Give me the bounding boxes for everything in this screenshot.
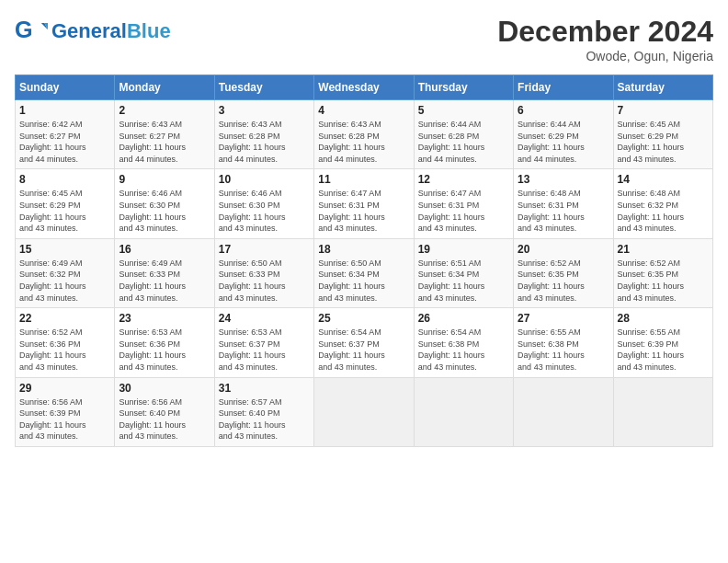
- calendar-cell: [414, 377, 513, 446]
- calendar-cell: 21 Sunrise: 6:52 AMSunset: 6:35 PMDaylig…: [613, 238, 712, 307]
- day-number: 14: [618, 173, 709, 186]
- day-info: Sunrise: 6:56 AMSunset: 6:39 PMDaylight:…: [19, 396, 110, 442]
- day-number: 29: [19, 382, 110, 395]
- day-info: Sunrise: 6:50 AMSunset: 6:33 PMDaylight:…: [219, 258, 310, 304]
- calendar-cell: 31 Sunrise: 6:57 AMSunset: 6:40 PMDaylig…: [214, 377, 313, 446]
- day-info: Sunrise: 6:54 AMSunset: 6:38 PMDaylight:…: [418, 327, 509, 373]
- day-info: Sunrise: 6:45 AMSunset: 6:29 PMDaylight:…: [19, 188, 110, 234]
- calendar-week-row: 8 Sunrise: 6:45 AMSunset: 6:29 PMDayligh…: [16, 169, 713, 238]
- calendar-cell: 10 Sunrise: 6:46 AMSunset: 6:30 PMDaylig…: [214, 169, 313, 238]
- calendar-cell: 12 Sunrise: 6:47 AMSunset: 6:31 PMDaylig…: [414, 169, 513, 238]
- day-info: Sunrise: 6:43 AMSunset: 6:27 PMDaylight:…: [119, 119, 210, 165]
- day-number: 24: [219, 312, 310, 325]
- day-info: Sunrise: 6:47 AMSunset: 6:31 PMDaylight:…: [418, 188, 509, 234]
- calendar-cell: 27 Sunrise: 6:55 AMSunset: 6:38 PMDaylig…: [514, 308, 613, 377]
- calendar-cell: 8 Sunrise: 6:45 AMSunset: 6:29 PMDayligh…: [16, 169, 115, 238]
- calendar-cell: 7 Sunrise: 6:45 AMSunset: 6:29 PMDayligh…: [613, 100, 712, 169]
- logo: G GeneralBlue: [15, 15, 171, 48]
- day-number: 3: [219, 104, 310, 117]
- day-number: 26: [418, 312, 509, 325]
- calendar-cell: 11 Sunrise: 6:47 AMSunset: 6:31 PMDaylig…: [314, 169, 414, 238]
- calendar-table: SundayMondayTuesdayWednesdayThursdayFrid…: [15, 75, 713, 447]
- calendar-cell: 9 Sunrise: 6:46 AMSunset: 6:30 PMDayligh…: [115, 169, 214, 238]
- day-info: Sunrise: 6:47 AMSunset: 6:31 PMDaylight:…: [318, 188, 409, 234]
- day-number: 1: [19, 104, 110, 117]
- day-info: Sunrise: 6:42 AMSunset: 6:27 PMDaylight:…: [19, 119, 110, 165]
- day-number: 25: [318, 312, 409, 325]
- calendar-cell: 16 Sunrise: 6:49 AMSunset: 6:33 PMDaylig…: [115, 238, 214, 307]
- title-block: December 2024 Owode, Ogun, Nigeria: [497, 15, 713, 63]
- day-number: 2: [119, 104, 210, 117]
- calendar-cell: 17 Sunrise: 6:50 AMSunset: 6:33 PMDaylig…: [214, 238, 313, 307]
- calendar-cell: 6 Sunrise: 6:44 AMSunset: 6:29 PMDayligh…: [514, 100, 613, 169]
- day-info: Sunrise: 6:46 AMSunset: 6:30 PMDaylight:…: [219, 188, 310, 234]
- calendar-cell: 5 Sunrise: 6:44 AMSunset: 6:28 PMDayligh…: [414, 100, 513, 169]
- day-info: Sunrise: 6:53 AMSunset: 6:36 PMDaylight:…: [119, 327, 210, 373]
- day-number: 28: [618, 312, 709, 325]
- day-number: 27: [518, 312, 609, 325]
- day-info: Sunrise: 6:48 AMSunset: 6:32 PMDaylight:…: [618, 188, 709, 234]
- calendar-cell: 28 Sunrise: 6:55 AMSunset: 6:39 PMDaylig…: [613, 308, 712, 377]
- calendar-week-row: 22 Sunrise: 6:52 AMSunset: 6:36 PMDaylig…: [16, 308, 713, 377]
- day-info: Sunrise: 6:43 AMSunset: 6:28 PMDaylight:…: [318, 119, 409, 165]
- day-number: 19: [418, 243, 509, 256]
- day-info: Sunrise: 6:54 AMSunset: 6:37 PMDaylight:…: [318, 327, 409, 373]
- calendar-cell: 29 Sunrise: 6:56 AMSunset: 6:39 PMDaylig…: [16, 377, 115, 446]
- location: Owode, Ogun, Nigeria: [497, 49, 713, 63]
- day-number: 31: [219, 382, 310, 395]
- calendar-cell: 23 Sunrise: 6:53 AMSunset: 6:36 PMDaylig…: [115, 308, 214, 377]
- day-number: 9: [119, 173, 210, 186]
- weekday-header: Sunday: [16, 75, 115, 100]
- day-number: 15: [19, 243, 110, 256]
- day-number: 16: [119, 243, 210, 256]
- calendar-cell: 18 Sunrise: 6:50 AMSunset: 6:34 PMDaylig…: [314, 238, 414, 307]
- weekday-header: Saturday: [613, 75, 712, 100]
- day-number: 22: [19, 312, 110, 325]
- day-number: 7: [618, 104, 709, 117]
- weekday-header: Tuesday: [214, 75, 313, 100]
- calendar-cell: [314, 377, 414, 446]
- calendar-week-row: 29 Sunrise: 6:56 AMSunset: 6:39 PMDaylig…: [16, 377, 713, 446]
- weekday-header: Thursday: [414, 75, 513, 100]
- day-info: Sunrise: 6:43 AMSunset: 6:28 PMDaylight:…: [219, 119, 310, 165]
- calendar-cell: 15 Sunrise: 6:49 AMSunset: 6:32 PMDaylig…: [16, 238, 115, 307]
- svg-text:G: G: [15, 17, 33, 42]
- logo-general: General: [51, 19, 127, 42]
- day-info: Sunrise: 6:57 AMSunset: 6:40 PMDaylight:…: [219, 396, 310, 442]
- month-title: December 2024: [497, 15, 713, 49]
- day-info: Sunrise: 6:52 AMSunset: 6:35 PMDaylight:…: [518, 258, 609, 304]
- day-info: Sunrise: 6:55 AMSunset: 6:38 PMDaylight:…: [518, 327, 609, 373]
- day-info: Sunrise: 6:45 AMSunset: 6:29 PMDaylight:…: [618, 119, 709, 165]
- day-number: 10: [219, 173, 310, 186]
- calendar-cell: 30 Sunrise: 6:56 AMSunset: 6:40 PMDaylig…: [115, 377, 214, 446]
- calendar-cell: 24 Sunrise: 6:53 AMSunset: 6:37 PMDaylig…: [214, 308, 313, 377]
- calendar-cell: 20 Sunrise: 6:52 AMSunset: 6:35 PMDaylig…: [514, 238, 613, 307]
- day-number: 6: [518, 104, 609, 117]
- calendar-cell: 14 Sunrise: 6:48 AMSunset: 6:32 PMDaylig…: [613, 169, 712, 238]
- day-number: 20: [518, 243, 609, 256]
- day-info: Sunrise: 6:46 AMSunset: 6:30 PMDaylight:…: [119, 188, 210, 234]
- day-info: Sunrise: 6:52 AMSunset: 6:36 PMDaylight:…: [19, 327, 110, 373]
- day-info: Sunrise: 6:55 AMSunset: 6:39 PMDaylight:…: [618, 327, 709, 373]
- day-number: 11: [318, 173, 409, 186]
- calendar-cell: 22 Sunrise: 6:52 AMSunset: 6:36 PMDaylig…: [16, 308, 115, 377]
- day-number: 13: [518, 173, 609, 186]
- day-info: Sunrise: 6:44 AMSunset: 6:28 PMDaylight:…: [418, 119, 509, 165]
- logo-icon: G: [15, 15, 48, 48]
- day-info: Sunrise: 6:52 AMSunset: 6:35 PMDaylight:…: [618, 258, 709, 304]
- day-number: 23: [119, 312, 210, 325]
- weekday-header: Friday: [514, 75, 613, 100]
- day-info: Sunrise: 6:51 AMSunset: 6:34 PMDaylight:…: [418, 258, 509, 304]
- calendar-cell: [514, 377, 613, 446]
- calendar-cell: 1 Sunrise: 6:42 AMSunset: 6:27 PMDayligh…: [16, 100, 115, 169]
- day-number: 21: [618, 243, 709, 256]
- day-info: Sunrise: 6:49 AMSunset: 6:32 PMDaylight:…: [19, 258, 110, 304]
- calendar-cell: 3 Sunrise: 6:43 AMSunset: 6:28 PMDayligh…: [214, 100, 313, 169]
- logo-blue: Blue: [127, 19, 171, 42]
- day-number: 8: [19, 173, 110, 186]
- day-number: 4: [318, 104, 409, 117]
- calendar-cell: 13 Sunrise: 6:48 AMSunset: 6:31 PMDaylig…: [514, 169, 613, 238]
- day-number: 30: [119, 382, 210, 395]
- weekday-header: Wednesday: [314, 75, 414, 100]
- page-header: G GeneralBlue December 2024 Owode, Ogun,…: [15, 15, 713, 63]
